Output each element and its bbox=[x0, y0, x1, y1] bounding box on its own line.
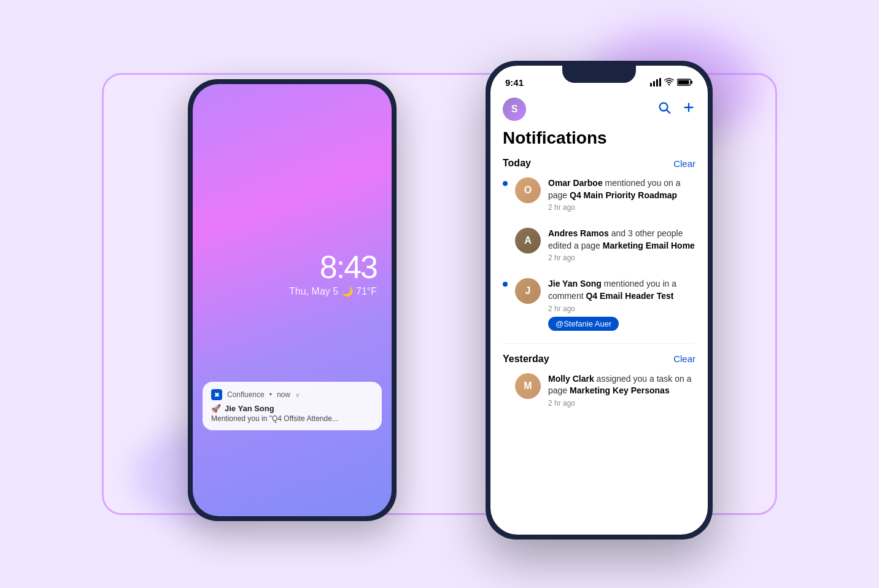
svg-rect-0 bbox=[650, 83, 652, 87]
back-phone: 8:43 Thu, May 5 🌙 71°F ✖ Confluence • no… bbox=[188, 79, 397, 521]
svg-rect-5 bbox=[691, 81, 693, 84]
status-time: 9:41 bbox=[505, 77, 524, 88]
notifications-list: Today Clear O Omar Darboe mentioned you … bbox=[490, 158, 708, 535]
jie-unread-dot bbox=[503, 282, 508, 287]
today-label: Today bbox=[503, 158, 531, 169]
header-actions bbox=[657, 101, 695, 118]
yesterday-clear-button[interactable]: Clear bbox=[673, 354, 695, 364]
notif-app-name: Confluence bbox=[227, 390, 265, 399]
jie-avatar: J bbox=[515, 278, 541, 304]
notification-item-andres[interactable]: A Andres Ramos and 3 other people edited… bbox=[503, 228, 695, 266]
front-phone: 9:41 bbox=[486, 61, 713, 540]
omar-notif-content: Omar Darboe mentioned you on a page Q4 M… bbox=[548, 177, 695, 215]
andres-notif-text: Andres Ramos and 3 other people edited a… bbox=[548, 228, 695, 252]
jie-name: Jie Yan Song bbox=[548, 279, 602, 288]
unread-dot-wrapper bbox=[503, 177, 508, 186]
notification-item-omar[interactable]: O Omar Darboe mentioned you on a page Q4… bbox=[503, 177, 695, 215]
back-phone-screen: 8:43 Thu, May 5 🌙 71°F ✖ Confluence • no… bbox=[193, 84, 392, 516]
svg-line-8 bbox=[667, 110, 670, 114]
notif-sender-title: 🚀 Jie Yan Song bbox=[211, 404, 373, 413]
signal-icon bbox=[650, 78, 661, 87]
status-icons bbox=[650, 78, 693, 87]
notification-item-jie[interactable]: J Jie Yan Song mentioned you in a commen… bbox=[503, 278, 695, 330]
svg-rect-3 bbox=[659, 78, 661, 87]
scene: 8:43 Thu, May 5 🌙 71°F ✖ Confluence • no… bbox=[71, 42, 808, 546]
andres-avatar: A bbox=[515, 228, 541, 253]
svg-point-7 bbox=[660, 103, 668, 111]
confluence-icon: ✖ bbox=[211, 389, 222, 400]
molly-page: Marketing Key Personas bbox=[570, 385, 670, 395]
battery-icon bbox=[677, 78, 693, 87]
user-avatar[interactable]: S bbox=[503, 98, 526, 121]
molly-name: Molly Clark bbox=[548, 374, 594, 384]
avatar-initial: S bbox=[511, 104, 518, 115]
svg-rect-6 bbox=[678, 80, 689, 85]
notif-sender-emoji: 🚀 bbox=[211, 404, 221, 413]
section-divider bbox=[503, 343, 695, 344]
today-clear-button[interactable]: Clear bbox=[673, 158, 695, 169]
andres-dot-wrapper bbox=[503, 228, 508, 236]
molly-dot-wrapper bbox=[503, 373, 508, 382]
notification-item-molly[interactable]: M Molly Clark assigned you a task on a p… bbox=[503, 373, 695, 411]
jie-notif-time: 2 hr ago bbox=[548, 304, 695, 313]
unread-dot bbox=[503, 181, 508, 186]
mention-tag: @Stefanie Auer bbox=[548, 317, 619, 331]
notif-body-text: Mentioned you in "Q4 Offsite Attende... bbox=[211, 414, 373, 423]
front-phone-screen: 9:41 bbox=[490, 66, 708, 535]
svg-rect-2 bbox=[656, 79, 658, 87]
svg-rect-1 bbox=[653, 81, 655, 87]
search-icon[interactable] bbox=[657, 101, 671, 118]
andres-notif-content: Andres Ramos and 3 other people edited a… bbox=[548, 228, 695, 266]
andres-name: Andres Ramos bbox=[548, 228, 609, 238]
molly-notif-time: 2 hr ago bbox=[548, 399, 695, 408]
today-section-header: Today Clear bbox=[503, 158, 695, 169]
andres-notif-time: 2 hr ago bbox=[548, 253, 695, 262]
omar-notif-time: 2 hr ago bbox=[548, 203, 695, 212]
add-icon[interactable] bbox=[682, 101, 695, 118]
omar-page: Q4 Main Priority Roadmap bbox=[570, 190, 677, 200]
yesterday-label: Yesterday bbox=[503, 354, 549, 365]
molly-notif-content: Molly Clark assigned you a task on a pag… bbox=[548, 373, 695, 411]
molly-notif-text: Molly Clark assigned you a task on a pag… bbox=[548, 373, 695, 397]
omar-name: Omar Darboe bbox=[548, 178, 603, 188]
notif-time-label: now bbox=[277, 390, 290, 399]
lock-screen-time: 8:43 bbox=[320, 249, 377, 285]
jie-notif-content: Jie Yan Song mentioned you in a comment … bbox=[548, 278, 695, 330]
notif-chevron-icon: ∨ bbox=[295, 392, 300, 398]
omar-notif-text: Omar Darboe mentioned you on a page Q4 M… bbox=[548, 177, 695, 201]
avatar-image: S bbox=[503, 98, 526, 121]
jie-dot-wrapper bbox=[503, 278, 508, 287]
omar-avatar: O bbox=[515, 177, 541, 203]
lock-screen-notification: ✖ Confluence • now ∨ 🚀 Jie Yan Song Ment… bbox=[203, 382, 382, 430]
notif-timing: • bbox=[269, 390, 272, 399]
andres-page: Marketing Email Home bbox=[603, 241, 695, 250]
no-dot-spacer bbox=[503, 231, 508, 236]
jie-page: Q4 Email Header Test bbox=[586, 291, 673, 301]
notif-sender-name: Jie Yan Song bbox=[225, 404, 274, 413]
molly-avatar: M bbox=[515, 373, 541, 399]
yesterday-section-header: Yesterday Clear bbox=[503, 354, 695, 365]
app-header: S bbox=[490, 93, 708, 128]
no-dot-spacer-2 bbox=[503, 377, 508, 382]
phone-notch bbox=[562, 66, 636, 83]
page-title: Notifications bbox=[490, 128, 708, 158]
lock-screen-date: Thu, May 5 🌙 71°F bbox=[289, 285, 377, 297]
wifi-icon bbox=[664, 78, 674, 87]
jie-notif-text: Jie Yan Song mentioned you in a comment … bbox=[548, 278, 695, 302]
